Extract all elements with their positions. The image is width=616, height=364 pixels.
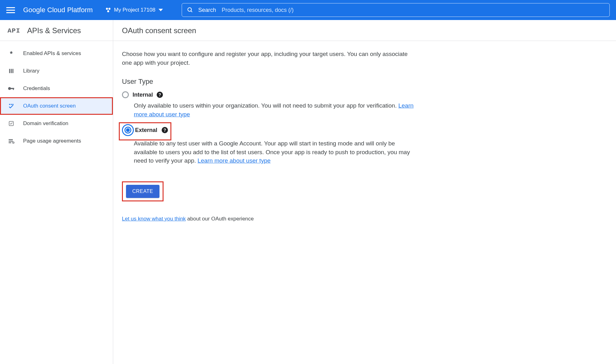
sidebar-item-enabled-apis[interactable]: Enabled APIs & services: [0, 45, 113, 62]
feedback-row: Let us know what you think about our OAu…: [122, 216, 417, 222]
gcp-logo-bold: Google: [23, 6, 45, 14]
project-scope-icon: [105, 7, 111, 13]
gcp-logo[interactable]: Google Cloud Platform: [23, 6, 93, 14]
feedback-link[interactable]: Let us know what you think: [122, 216, 186, 222]
svg-point-0: [106, 8, 108, 10]
page-usage-icon: [8, 137, 15, 145]
apis-services-icon: API: [8, 27, 20, 34]
sidebar-item-label: Domain verification: [23, 120, 68, 127]
help-icon[interactable]: ?: [157, 92, 163, 98]
learn-more-external-link[interactable]: Learn more about user type: [198, 157, 270, 164]
sidebar-section-header[interactable]: API APIs & Services: [0, 20, 113, 41]
menu-icon[interactable]: [6, 6, 15, 14]
option-internal-desc-text: Only available to users within your orga…: [134, 102, 398, 109]
search-icon: [187, 7, 193, 13]
sidebar-item-page-usage[interactable]: Page usage agreements: [0, 132, 113, 150]
svg-point-3: [188, 8, 191, 12]
library-icon: [8, 67, 15, 75]
sidebar-item-label: Credentials: [23, 85, 50, 92]
credentials-icon: [8, 85, 15, 92]
svg-point-18: [13, 142, 14, 144]
option-internal-desc: Only available to users within your orga…: [134, 101, 417, 119]
search-input[interactable]: [221, 7, 604, 14]
main-content: OAuth consent screen Choose how you want…: [113, 20, 616, 364]
project-name: My Project 17108: [114, 7, 155, 13]
svg-rect-15: [9, 139, 13, 140]
svg-point-11: [9, 104, 10, 105]
svg-rect-10: [13, 88, 14, 90]
option-internal: Internal ? Only available to users withi…: [122, 91, 417, 119]
user-type-heading: User Type: [122, 78, 417, 86]
svg-rect-16: [9, 141, 13, 142]
domain-verify-icon: [8, 120, 15, 127]
sidebar-item-label: OAuth consent screen: [23, 103, 76, 109]
svg-rect-7: [13, 69, 13, 73]
sidebar: API APIs & Services Enabled APIs & servi…: [0, 20, 113, 364]
gcp-header: Google Cloud Platform My Project 17108 S…: [0, 0, 616, 20]
highlight-box-create: CREATE: [122, 181, 164, 201]
feedback-rest: about our OAuth experience: [186, 216, 254, 222]
option-external-desc-text: Available to any test user with a Google…: [134, 140, 410, 164]
gcp-logo-rest: Cloud Platform: [45, 6, 93, 14]
svg-point-2: [107, 10, 109, 12]
svg-point-13: [12, 104, 13, 105]
svg-rect-6: [11, 69, 12, 73]
sidebar-section-title: APIs & Services: [27, 26, 81, 35]
sidebar-item-domain-verification[interactable]: Domain verification: [0, 115, 113, 132]
enabled-apis-icon: [8, 50, 15, 57]
svg-rect-17: [9, 142, 11, 143]
page-title: OAuth consent screen: [113, 20, 616, 41]
sidebar-item-credentials[interactable]: Credentials: [0, 80, 113, 97]
svg-point-1: [108, 8, 110, 10]
svg-rect-5: [9, 69, 10, 73]
sidebar-item-label: Library: [23, 68, 39, 74]
option-external-desc: Available to any test user with a Google…: [134, 139, 417, 165]
project-selector[interactable]: My Project 17108: [105, 7, 163, 13]
sidebar-nav: Enabled APIs & services Library Credenti…: [0, 41, 113, 150]
option-external: External ? Available to any test user wi…: [122, 124, 417, 165]
sidebar-item-label: Enabled APIs & services: [23, 50, 81, 57]
intro-text: Choose how you want to configure and reg…: [122, 50, 417, 67]
svg-line-4: [191, 11, 192, 12]
option-internal-label: Internal: [133, 92, 153, 98]
chevron-down-icon: [159, 9, 163, 11]
svg-point-8: [8, 87, 11, 90]
sidebar-item-label: Page usage agreements: [23, 138, 81, 144]
radio-internal[interactable]: [122, 91, 129, 98]
sidebar-item-oauth-consent[interactable]: OAuth consent screen: [0, 97, 113, 115]
create-button[interactable]: CREATE: [126, 185, 159, 198]
help-icon[interactable]: ?: [162, 127, 168, 133]
svg-point-12: [11, 104, 12, 105]
radio-external[interactable]: [122, 124, 134, 136]
oauth-consent-icon: [8, 102, 15, 110]
option-external-label: External: [135, 127, 157, 134]
sidebar-item-library[interactable]: Library: [0, 62, 113, 80]
search-bar[interactable]: Search: [182, 3, 610, 17]
search-label: Search: [198, 7, 216, 13]
